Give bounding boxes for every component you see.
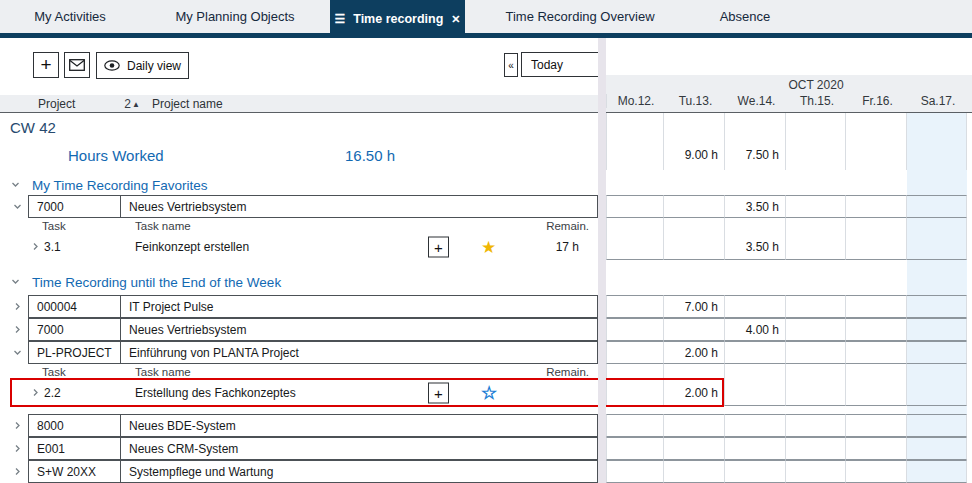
add-time-entry-button[interactable]: + <box>428 383 449 404</box>
tab-time-recording[interactable]: ☰Time recording✕ <box>330 0 465 38</box>
day-cell[interactable]: 3.50 h <box>725 195 786 218</box>
chevron-right-icon[interactable] <box>12 440 23 458</box>
project-name-cell[interactable]: Neues Vertriebsystem <box>121 319 597 340</box>
day-cell[interactable] <box>606 414 664 437</box>
day-cell[interactable] <box>606 341 664 364</box>
project-name-cell[interactable]: Einführung von PLANTA Project <box>121 342 597 363</box>
day-cell[interactable] <box>664 113 725 140</box>
day-cell[interactable] <box>725 414 786 437</box>
day-cell[interactable] <box>725 218 786 234</box>
project-id-cell[interactable]: 8000 <box>29 415 121 436</box>
day-cell[interactable]: 4.00 h <box>725 318 786 341</box>
day-cell[interactable] <box>907 113 967 140</box>
day-cell[interactable] <box>664 414 725 437</box>
day-cell[interactable] <box>907 364 967 380</box>
day-cell[interactable] <box>664 318 725 341</box>
day-cell[interactable] <box>725 460 786 483</box>
day-cell[interactable] <box>907 195 967 218</box>
project-name-cell[interactable]: Neues Vertriebsystem <box>121 196 597 217</box>
day-cell[interactable] <box>606 364 664 380</box>
day-cell[interactable] <box>907 318 967 341</box>
day-cell[interactable] <box>606 113 664 140</box>
day-cell[interactable] <box>664 437 725 460</box>
day-cell[interactable]: 2.00 h <box>664 380 725 406</box>
project-name-cell[interactable]: IT Project Pulse <box>121 296 597 317</box>
close-tab-icon[interactable]: ✕ <box>451 14 460 25</box>
day-cell[interactable] <box>786 364 846 380</box>
chevron-right-icon[interactable] <box>12 321 23 339</box>
day-cell[interactable] <box>606 195 664 218</box>
chevron-right-icon[interactable] <box>12 463 23 481</box>
day-cell[interactable] <box>846 414 907 437</box>
pane-splitter[interactable] <box>598 38 606 483</box>
day-cell[interactable]: 3.50 h <box>725 234 786 260</box>
project-name-cell[interactable]: Neues CRM-System <box>121 438 597 459</box>
chevron-right-icon[interactable] <box>30 384 41 402</box>
task-name[interactable]: Feinkonzept erstellen <box>135 240 249 254</box>
section-label[interactable]: Time Recording until the End of the Week <box>32 275 281 290</box>
day-cell[interactable] <box>606 437 664 460</box>
day-cell[interactable] <box>846 364 907 380</box>
tab-my-planning-objects[interactable]: My Planning Objects <box>140 0 330 33</box>
add-time-entry-button[interactable]: + <box>428 237 449 258</box>
day-cell[interactable] <box>846 295 907 318</box>
day-cell[interactable] <box>606 234 664 260</box>
tab-time-recording-overview[interactable]: Time Recording Overview <box>465 0 695 33</box>
day-cell[interactable] <box>846 234 907 260</box>
day-cell[interactable] <box>606 218 664 234</box>
day-cell[interactable]: 7.50 h <box>725 140 786 170</box>
day-cell[interactable] <box>725 295 786 318</box>
sort-indicator[interactable]: 2 ▲ <box>124 97 140 111</box>
day-cell[interactable] <box>786 341 846 364</box>
day-cell[interactable] <box>907 380 967 406</box>
project-name-cell[interactable]: Neues BDE-System <box>121 415 597 436</box>
day-cell[interactable] <box>786 380 846 406</box>
day-cell[interactable] <box>846 437 907 460</box>
project-name-cell[interactable]: Systempflege und Wartung <box>121 461 597 482</box>
day-cell[interactable] <box>606 460 664 483</box>
day-cell[interactable] <box>907 414 967 437</box>
day-cell[interactable] <box>846 218 907 234</box>
day-cell[interactable] <box>786 140 846 170</box>
chevron-down-icon[interactable] <box>10 273 21 291</box>
day-cell[interactable] <box>725 341 786 364</box>
mail-button[interactable] <box>64 52 90 78</box>
project-id-cell[interactable]: PL-PROJECT <box>29 342 121 363</box>
day-cell[interactable] <box>786 113 846 140</box>
day-cell[interactable] <box>907 460 967 483</box>
tab-my-activities[interactable]: My Activities <box>0 0 140 33</box>
day-cell[interactable] <box>606 295 664 318</box>
project-id-cell[interactable]: 7000 <box>29 196 121 217</box>
day-cell[interactable] <box>786 234 846 260</box>
day-cell[interactable] <box>846 318 907 341</box>
day-cell[interactable]: 9.00 h <box>664 140 725 170</box>
day-cell[interactable]: 2.00 h <box>664 341 725 364</box>
day-cell[interactable] <box>606 380 664 406</box>
chevron-down-icon[interactable] <box>12 344 23 362</box>
day-cell[interactable] <box>846 341 907 364</box>
favorite-star-filled-icon[interactable]: ★ <box>481 239 496 256</box>
day-cell[interactable] <box>907 341 967 364</box>
day-cell[interactable] <box>786 437 846 460</box>
day-cell[interactable] <box>786 218 846 234</box>
project-id-cell[interactable]: 7000 <box>29 319 121 340</box>
day-cell[interactable] <box>664 234 725 260</box>
day-cell[interactable] <box>725 380 786 406</box>
day-cell[interactable] <box>907 437 967 460</box>
day-cell[interactable] <box>664 195 725 218</box>
chevron-down-icon[interactable] <box>10 176 21 194</box>
day-cell[interactable] <box>606 140 664 170</box>
day-cell[interactable] <box>725 364 786 380</box>
section-label[interactable]: My Time Recording Favorites <box>32 178 208 193</box>
day-cell[interactable] <box>725 437 786 460</box>
today-button[interactable]: Today <box>521 52 600 77</box>
tab-absence[interactable]: Absence <box>695 0 795 33</box>
day-cell[interactable] <box>907 234 967 260</box>
project-id-cell[interactable]: 000004 <box>29 296 121 317</box>
menu-icon[interactable]: ☰ <box>334 13 345 25</box>
add-button[interactable]: + <box>33 52 59 78</box>
day-cell[interactable] <box>846 460 907 483</box>
project-id-cell[interactable]: E001 <box>29 438 121 459</box>
day-cell[interactable] <box>907 218 967 234</box>
chevron-right-icon[interactable] <box>30 238 41 256</box>
